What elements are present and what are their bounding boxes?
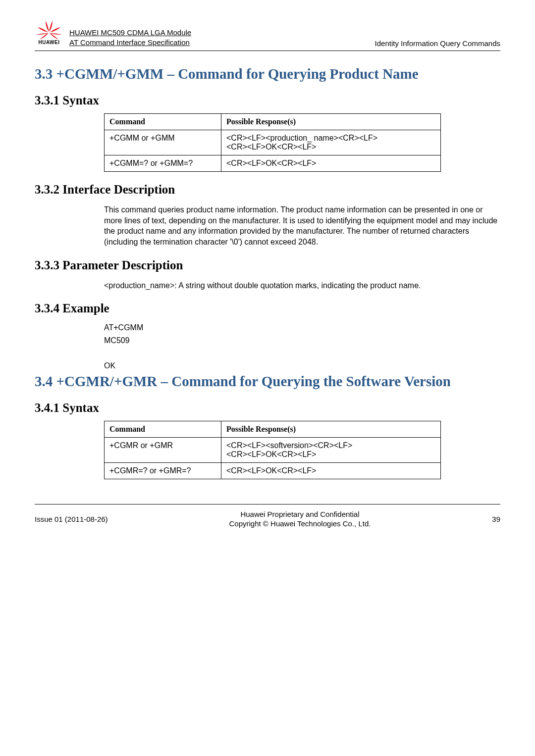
logo-text: HUAWEI [35,40,63,45]
header-right: Identity Information Query Commands [375,39,500,49]
table-header-response: Possible Response(s) [221,114,441,130]
syntax-table-cgmm: Command Possible Response(s) +CGMM or +G… [104,113,441,172]
table-header-command: Command [105,114,221,130]
section-3-3-1-heading: 3.3.1 Syntax [35,94,500,107]
section-3-4-1-heading: 3.4.1 Syntax [35,401,500,415]
table-cell: <CR><LF>OK<CR><LF> [221,155,441,172]
table-header-response: Possible Response(s) [221,421,441,437]
example-line: OK [104,359,500,372]
table-cell: +CGMM=? or +GMM=? [105,155,221,172]
footer-issue: Issue 01 (2011-08-26) [35,515,108,523]
section-3-4-title: 3.4 +CGMR/+GMR – Command for Querying th… [35,372,500,390]
table-row: +CGMM or +GMM <CR><LF><production_ name>… [105,130,441,155]
table-cell: <CR><LF>OK<CR><LF> [221,462,441,479]
page-footer: Issue 01 (2011-08-26) Huawei Proprietary… [35,504,500,529]
doc-title-1: HUAWEI MC509 CDMA LGA Module [69,28,375,38]
section-3-3-3-heading: 3.3.3 Parameter Description [35,258,500,272]
parameter-description-body: <production_name>: A string without doub… [104,280,500,291]
section-3-3-4-heading: 3.3.4 Example [35,302,500,315]
syntax-table-cgmr: Command Possible Response(s) +CGMR or +G… [104,421,441,479]
section-3-3-title: 3.3 +CGMM/+GMM – Command for Querying Pr… [35,65,500,83]
table-row: +CGMR or +GMR <CR><LF><softversion><CR><… [105,437,441,462]
table-cell: <CR><LF><production_ name><CR><LF> <CR><… [221,130,441,155]
doc-title-2: AT Command Interface Specification [69,38,375,48]
table-cell: <CR><LF><softversion><CR><LF> <CR><LF>OK… [221,437,441,462]
header-titles: HUAWEI MC509 CDMA LGA Module AT Command … [69,28,375,49]
example-line [104,347,500,359]
page-header: HUAWEI HUAWEI MC509 CDMA LGA Module AT C… [35,20,500,51]
table-cell: +CGMR=? or +GMR=? [105,462,221,479]
table-row: +CGMR=? or +GMR=? <CR><LF>OK<CR><LF> [105,462,441,479]
example-line: AT+CGMM [104,321,500,334]
interface-description-body: This command queries product name inform… [104,204,500,247]
example-line: MC509 [104,334,500,347]
table-cell: +CGMR or +GMR [105,437,221,462]
huawei-logo: HUAWEI [35,20,63,49]
section-3-3-2-heading: 3.3.2 Interface Description [35,183,500,197]
table-row: +CGMM=? or +GMM=? <CR><LF>OK<CR><LF> [105,155,441,172]
footer-center: Huawei Proprietary and Confidential Copy… [108,509,492,529]
footer-page-number: 39 [492,515,500,523]
example-block: AT+CGMM MC509 OK [104,321,500,372]
table-cell: +CGMM or +GMM [105,130,221,155]
table-header-command: Command [105,421,221,437]
